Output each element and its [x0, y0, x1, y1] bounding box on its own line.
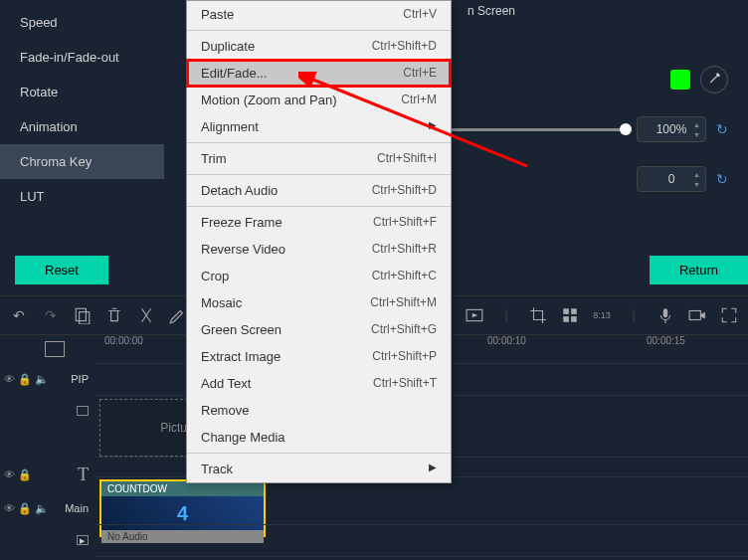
menu-item-motion[interactable]: Motion (Zoom and Pan)Ctrl+M	[187, 87, 451, 113]
sidebar-item-fade[interactable]: Fade-in/Fade-out	[0, 40, 164, 75]
eye-icon[interactable]: 👁	[4, 373, 15, 385]
refresh-icon[interactable]: ↻	[716, 171, 728, 187]
chevron-right-icon: ▶	[429, 119, 437, 134]
return-button[interactable]: Return	[650, 256, 748, 284]
menu-item-extract-image[interactable]: Extract ImageCtrl+Shift+P	[187, 343, 451, 370]
svg-rect-2	[80, 312, 90, 324]
menu-item-alignment[interactable]: Alignment▶	[187, 113, 451, 140]
menu-item-remove[interactable]: Remove	[187, 397, 451, 424]
camera-icon[interactable]	[688, 306, 706, 324]
svg-rect-10	[689, 311, 700, 320]
ruler-tick: 00:00:15	[647, 335, 685, 346]
divider: |	[625, 306, 643, 324]
screen-label: n Screen	[468, 4, 515, 18]
menu-divider	[187, 142, 451, 143]
menu-item-trim[interactable]: TrimCtrl+Shift+I	[187, 145, 451, 172]
effects-sidebar: Speed Fade-in/Fade-out Rotate Animation …	[0, 0, 164, 279]
lock-icon[interactable]: 🔒	[18, 468, 32, 481]
copy-icon[interactable]	[74, 306, 92, 324]
eyedropper-button[interactable]	[700, 66, 728, 93]
menu-item-edit-fade[interactable]: Edit/Fade...Ctrl+E	[187, 60, 451, 87]
mic-icon[interactable]	[656, 306, 674, 324]
play-icon[interactable]	[466, 306, 483, 324]
split-icon[interactable]	[137, 306, 155, 324]
menu-item-crop[interactable]: CropCtrl+Shift+C	[187, 263, 451, 289]
text-track-icon: T	[78, 465, 89, 485]
chevron-right-icon: ▶	[429, 462, 437, 476]
menu-item-track[interactable]: Track▶	[187, 456, 451, 482]
sidebar-item-animation[interactable]: Animation	[0, 109, 164, 144]
menu-item-duplicate[interactable]: DuplicateCtrl+Shift+D	[187, 33, 451, 60]
fullscreen-icon[interactable]	[720, 306, 738, 324]
sidebar-item-lut[interactable]: LUT	[0, 179, 164, 214]
mute-icon[interactable]: 🔈	[35, 502, 49, 515]
menu-divider	[187, 206, 451, 207]
menu-item-change-media[interactable]: Change Media	[187, 424, 451, 451]
reset-button[interactable]: Reset	[15, 256, 108, 284]
clip-title: COUNTDOW	[101, 481, 264, 496]
ruler-tick: 00:00:00	[104, 335, 143, 346]
sidebar-item-chroma-key[interactable]: Chroma Key	[0, 144, 164, 179]
svg-rect-7	[563, 316, 569, 322]
eyedropper-icon	[707, 73, 721, 87]
track-label-main: Main	[65, 502, 89, 514]
ruler-tick: 00:00:10	[487, 335, 526, 346]
sidebar-item-rotate[interactable]: Rotate	[0, 75, 164, 109]
svg-rect-8	[571, 316, 577, 322]
track-thumb-icon	[77, 406, 89, 416]
undo-icon[interactable]: ↶	[10, 306, 28, 324]
redo-icon[interactable]: ↷	[42, 306, 60, 324]
offset-value[interactable]: 0▲▼	[637, 166, 706, 192]
svg-rect-5	[563, 308, 569, 314]
track-thumb-icon: ▶	[77, 535, 89, 545]
menu-item-paste[interactable]: PasteCtrl+V	[187, 1, 451, 28]
layout-icon[interactable]	[45, 341, 65, 357]
svg-rect-6	[571, 308, 577, 314]
menu-item-detach-audio[interactable]: Detach AudioCtrl+Shift+D	[187, 177, 451, 204]
ratio-icon[interactable]: 8:13	[593, 306, 611, 324]
mute-icon[interactable]: 🔈	[35, 373, 49, 386]
lock-icon[interactable]: 🔒	[18, 373, 32, 386]
menu-item-freeze-frame[interactable]: Freeze FrameCtrl+Shift+F	[187, 209, 451, 236]
divider: |	[497, 306, 515, 324]
svg-rect-9	[663, 308, 668, 317]
lock-icon[interactable]: 🔒	[18, 502, 32, 515]
delete-icon[interactable]	[105, 306, 123, 324]
menu-item-add-text[interactable]: Add TextCtrl+Shift+T	[187, 370, 451, 397]
menu-divider	[187, 174, 451, 175]
sidebar-item-speed[interactable]: Speed	[0, 5, 164, 40]
crop-icon[interactable]	[529, 306, 547, 324]
menu-item-reverse-video[interactable]: Reverse VideoCtrl+Shift+R	[187, 236, 451, 263]
eye-icon[interactable]: 👁	[4, 468, 15, 480]
menu-item-mosaic[interactable]: MosaicCtrl+Shift+M	[187, 289, 451, 316]
track-label-pip: PIP	[71, 373, 89, 385]
eye-icon[interactable]: 👁	[4, 502, 15, 514]
menu-divider	[187, 30, 451, 31]
menu-divider	[187, 453, 451, 454]
mosaic-icon[interactable]	[561, 306, 579, 324]
context-menu: PasteCtrl+V DuplicateCtrl+Shift+D Edit/F…	[186, 0, 452, 483]
intensity-value[interactable]: 100%▲▼	[637, 116, 706, 142]
refresh-icon[interactable]: ↻	[716, 121, 728, 137]
menu-item-green-screen[interactable]: Green ScreenCtrl+Shift+G	[187, 316, 451, 343]
svg-rect-1	[76, 308, 86, 320]
edit-icon[interactable]	[169, 306, 187, 324]
chroma-color-swatch[interactable]	[670, 70, 690, 90]
